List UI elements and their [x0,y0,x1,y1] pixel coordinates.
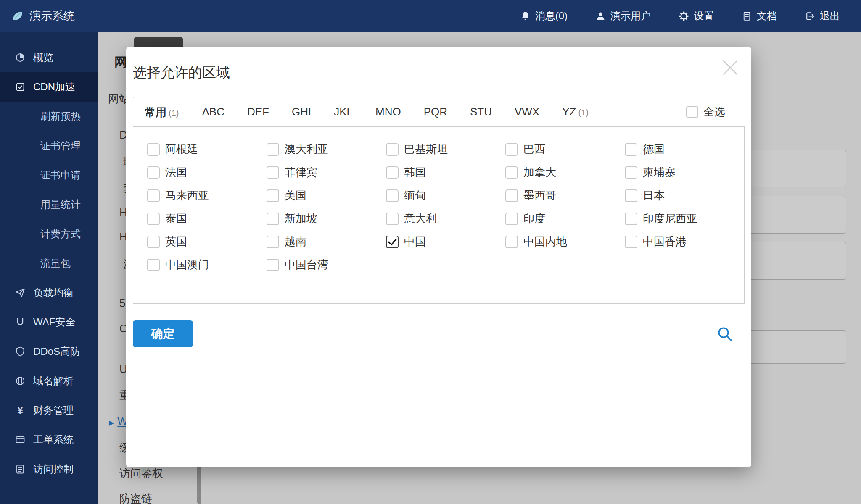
region-option-uk[interactable]: 英国 [147,230,267,253]
region-checkbox[interactable] [147,166,160,179]
tab-pqr[interactable]: PQR [412,97,459,126]
region-checkbox[interactable] [505,213,518,225]
region-checkbox[interactable] [147,189,160,202]
region-checkbox[interactable] [505,189,518,202]
region-checkbox[interactable] [625,189,637,202]
region-checkbox[interactable] [386,189,399,202]
region-option-singapore[interactable]: 新加坡 [267,207,386,230]
region-checkbox[interactable] [267,236,279,248]
brand-logo[interactable]: 演示系统 [0,8,75,24]
sidebar-item-overview[interactable]: 概览 [0,43,98,72]
region-checkbox[interactable] [267,259,279,271]
region-option-italy[interactable]: 意大利 [386,207,505,230]
region-option-usa[interactable]: 美国 [267,184,386,207]
region-option-australia[interactable]: 澳大利亚 [267,138,386,161]
tab-def[interactable]: DEF [236,97,280,126]
region-checkbox[interactable] [625,236,637,248]
tab-vwx[interactable]: VWX [503,97,551,126]
region-option-malaysia[interactable]: 马来西亚 [147,184,267,207]
region-checkbox[interactable] [147,143,160,156]
select-all-checkbox[interactable] [686,106,698,118]
tab-common[interactable]: 常用(1) [133,97,190,126]
topnav-settings[interactable]: 设置 [679,9,714,23]
close-icon[interactable] [720,58,740,78]
tab-count: (1) [578,108,588,117]
region-option-thailand[interactable]: 泰国 [147,207,267,230]
tab-stu[interactable]: STU [459,97,503,126]
sidebar-item-tickets[interactable]: 工单系统 [0,425,98,454]
sidebar-item-finance[interactable]: ¥ 财务管理 [0,396,98,425]
sidebar-item-refresh-prewarm[interactable]: 刷新预热 [0,102,98,131]
region-checkbox[interactable] [267,166,279,179]
tab-abc[interactable]: ABC [190,97,235,126]
sidebar-item-cert-apply[interactable]: 证书申请 [0,160,98,190]
bell-icon [520,11,531,21]
region-checkbox[interactable] [386,143,399,156]
confirm-button[interactable]: 确定 [133,320,193,347]
sidebar-item-traffic-pack[interactable]: 流量包 [0,249,98,278]
region-option-china[interactable]: 中国 [386,230,505,253]
region-option-myanmar[interactable]: 缅甸 [386,184,505,207]
region-checkbox[interactable] [505,166,518,179]
region-checkbox[interactable] [625,166,637,179]
region-option-france[interactable]: 法国 [147,161,267,184]
topnav-docs[interactable]: 文档 [742,9,777,23]
region-checkbox[interactable] [267,213,279,225]
sidebar-item-label: 域名解析 [33,374,74,388]
sidebar: 概览 CDN加速 刷新预热 证书管理 证书申请 用量统计 计费方式 流量包 负载… [0,32,98,504]
region-checkbox[interactable] [386,166,399,179]
region-checkbox[interactable] [505,236,518,248]
topnav-user[interactable]: 演示用户 [595,9,651,23]
region-checkbox[interactable] [147,213,160,225]
region-checkbox[interactable] [386,213,399,225]
region-option-mexico[interactable]: 墨西哥 [505,184,625,207]
sidebar-item-label: 财务管理 [33,404,74,417]
region-option-indonesia[interactable]: 印度尼西亚 [625,207,744,230]
tab-mno[interactable]: MNO [364,97,412,126]
topnav-logout[interactable]: 退出 [805,9,840,23]
region-checkbox[interactable] [147,259,160,271]
sidebar-item-billing-mode[interactable]: 计费方式 [0,219,98,249]
sidebar-item-access-control[interactable]: 访问控制 [0,454,98,484]
region-option-argentina[interactable]: 阿根廷 [147,138,267,161]
region-option-hongkong[interactable]: 中国香港 [625,230,744,253]
sidebar-item-cert-manage[interactable]: 证书管理 [0,131,98,160]
sidebar-item-dns[interactable]: 域名解析 [0,366,98,396]
sidebar-item-load-balance[interactable]: 负载均衡 [0,278,98,307]
region-option-germany[interactable]: 德国 [625,138,744,161]
region-checkbox[interactable] [625,143,637,156]
region-option-pakistan[interactable]: 巴基斯坦 [386,138,505,161]
search-icon[interactable] [717,326,733,342]
region-option-taiwan[interactable]: 中国台湾 [267,253,386,276]
region-option-india[interactable]: 印度 [505,207,625,230]
region-checkbox[interactable] [625,213,637,225]
ticket-card-icon [14,434,26,445]
region-option-brazil[interactable]: 巴西 [505,138,625,161]
tab-ghi[interactable]: GHI [280,97,322,126]
region-option-canada[interactable]: 加拿大 [505,161,625,184]
sidebar-item-cdn[interactable]: CDN加速 [0,72,98,102]
sidebar-item-usage-stats[interactable]: 用量统计 [0,190,98,219]
tab-yz[interactable]: YZ(1) [551,97,600,126]
sidebar-item-label: 工单系统 [33,433,74,446]
sidebar-item-ddos[interactable]: DDoS高防 [0,337,98,366]
sidebar-item-waf[interactable]: WAF安全 [0,307,98,337]
region-option-korea[interactable]: 韩国 [386,161,505,184]
region-checkbox[interactable] [267,143,279,156]
select-all-option[interactable]: 全选 [686,100,725,123]
region-checkbox[interactable] [386,236,399,248]
region-option-philippines[interactable]: 菲律宾 [267,161,386,184]
region-option-china-mainland[interactable]: 中国内地 [505,230,625,253]
waf-shield-icon [14,317,26,328]
region-option-japan[interactable]: 日本 [625,184,744,207]
topnav-messages[interactable]: 消息(0) [520,9,568,23]
region-option-macau[interactable]: 中国澳门 [147,253,267,276]
region-grid: 阿根廷 澳大利亚 巴基斯坦 巴西 德国 法国 菲律宾 韩国 加拿大 柬埔寨 马来… [147,138,744,276]
tab-jkl[interactable]: JKL [322,97,364,126]
region-option-vietnam[interactable]: 越南 [267,230,386,253]
region-checkbox[interactable] [267,189,279,202]
region-checkbox[interactable] [505,143,518,156]
pie-chart-icon [14,52,26,63]
region-checkbox[interactable] [147,236,160,248]
region-option-cambodia[interactable]: 柬埔寨 [625,161,744,184]
